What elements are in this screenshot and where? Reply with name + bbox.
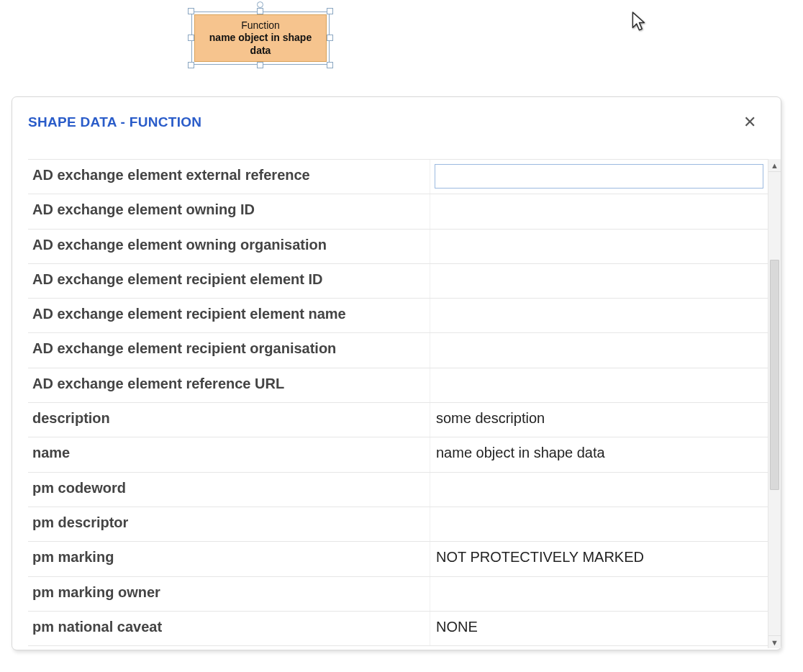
property-value[interactable] [430, 264, 768, 298]
property-label: AD exchange element owning organisation [28, 230, 430, 263]
property-table: AD exchange element external referenceAD… [28, 159, 768, 648]
property-label: name [28, 437, 430, 471]
rotate-handle-icon[interactable] [257, 1, 263, 8]
property-label: pm national caveat [28, 612, 430, 645]
shape-data-panel-header: SHAPE DATA - FUNCTION ✕ [28, 113, 781, 132]
property-value[interactable] [430, 160, 768, 194]
property-value-input[interactable] [435, 164, 763, 189]
mouse-cursor-icon [632, 12, 648, 33]
close-button[interactable]: ✕ [740, 113, 759, 132]
panel-title: SHAPE DATA - FUNCTION [28, 114, 201, 130]
property-table-wrap: AD exchange element external referenceAD… [28, 159, 781, 648]
table-row[interactable]: namename object in shape data [28, 437, 768, 472]
property-label: AD exchange element recipient element ID [28, 264, 430, 298]
resize-handle-bl[interactable] [188, 62, 194, 68]
property-value[interactable] [430, 333, 768, 367]
scroll-down-button[interactable]: ▼ [768, 635, 781, 648]
property-value[interactable]: NONE [430, 612, 768, 645]
property-value[interactable] [430, 577, 768, 611]
resize-handle-tl[interactable] [188, 8, 194, 14]
property-label: AD exchange element recipient organisati… [28, 333, 430, 367]
property-value[interactable] [430, 299, 768, 332]
property-label: pm marking owner [28, 577, 430, 611]
property-label: AD exchange element owning ID [28, 194, 430, 228]
resize-handle-ml[interactable] [188, 35, 194, 41]
table-row[interactable]: AD exchange element recipient element ID [28, 264, 768, 299]
property-value[interactable] [430, 507, 768, 541]
property-value[interactable]: name object in shape data [430, 437, 768, 471]
scroll-up-button[interactable]: ▲ [768, 159, 781, 172]
property-value[interactable]: NOT PROTECTIVELY MARKED [430, 542, 768, 576]
property-label: description [28, 403, 430, 437]
table-row[interactable]: AD exchange element owning ID [28, 194, 768, 229]
property-label: pm marking [28, 542, 430, 576]
property-label: pm codeword [28, 473, 430, 507]
property-value[interactable] [430, 368, 768, 402]
table-row[interactable]: pm marking owner [28, 577, 768, 612]
property-label: AD exchange element recipient element na… [28, 299, 430, 332]
resize-handle-mr[interactable] [327, 35, 333, 41]
property-label: AD exchange element external reference [28, 160, 430, 194]
property-value[interactable] [430, 230, 768, 263]
shape-type-label: Function [199, 19, 322, 32]
resize-handle-tr[interactable] [327, 8, 333, 14]
shape-name-label: name object in shape data [199, 32, 322, 57]
resize-handle-br[interactable] [327, 62, 333, 68]
property-value[interactable] [430, 194, 768, 228]
table-row[interactable]: pm descriptor [28, 507, 768, 542]
property-value[interactable]: some description [430, 403, 768, 437]
resize-handle-tm[interactable] [257, 8, 263, 14]
table-row[interactable]: pm codeword [28, 473, 768, 507]
scroll-thumb[interactable] [770, 260, 779, 490]
property-label: AD exchange element reference URL [28, 368, 430, 402]
table-row[interactable]: descriptionsome description [28, 403, 768, 437]
function-shape-body[interactable]: Function name object in shape data [194, 14, 327, 62]
resize-handle-bm[interactable] [257, 62, 263, 68]
table-row[interactable]: pm markingNOT PROTECTIVELY MARKED [28, 542, 768, 576]
table-row[interactable]: AD exchange element external reference [28, 160, 768, 194]
table-row[interactable]: pm national caveatNONE [28, 612, 768, 646]
property-label: pm descriptor [28, 507, 430, 541]
shape-data-panel: SHAPE DATA - FUNCTION ✕ AD exchange elem… [12, 96, 781, 650]
property-value[interactable] [430, 473, 768, 507]
selected-shape[interactable]: Function name object in shape data [187, 7, 334, 69]
table-row[interactable]: AD exchange element recipient element na… [28, 299, 768, 333]
table-row[interactable]: AD exchange element owning organisation [28, 230, 768, 264]
vertical-scrollbar[interactable]: ▲ ▼ [768, 159, 781, 648]
table-row[interactable]: AD exchange element reference URL [28, 368, 768, 403]
table-row[interactable]: AD exchange element recipient organisati… [28, 333, 768, 368]
